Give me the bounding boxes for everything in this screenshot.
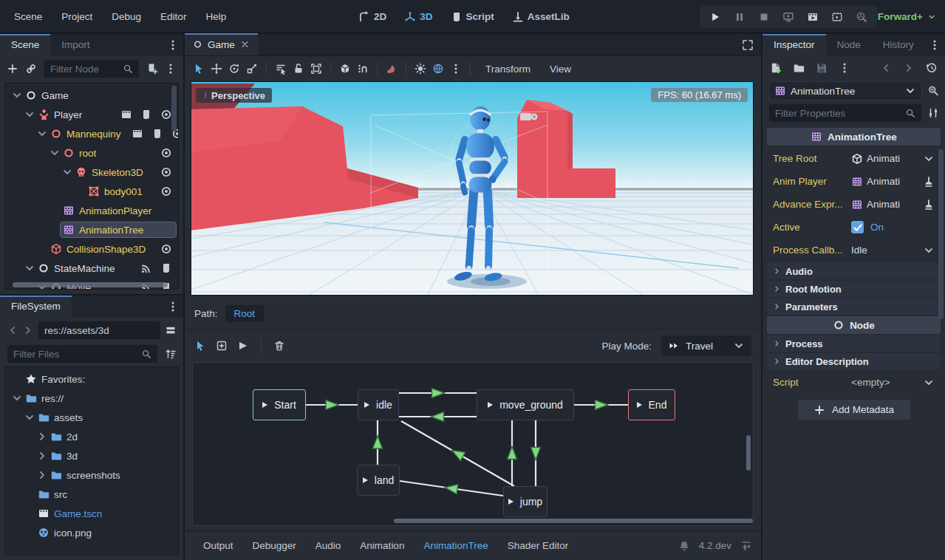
history-back-button[interactable] — [880, 62, 892, 74]
add-node-button[interactable] — [7, 63, 18, 75]
nodepath-assign-icon[interactable] — [923, 199, 935, 211]
group-root-motion[interactable]: Root Motion — [767, 281, 941, 297]
play-mode-select[interactable]: Travel — [661, 335, 751, 356]
3d-viewport[interactable]: Perspective FPS: 60 (16.67 ms) — [191, 81, 754, 296]
bottom-tab-animation[interactable]: Animation — [350, 540, 414, 551]
bottom-tab-animationtree[interactable]: AnimationTree — [414, 540, 497, 551]
mode-button-assetlib[interactable]: AssetLib — [507, 11, 575, 23]
sort-files-icon[interactable] — [165, 348, 177, 360]
collapse-panel-icon[interactable] — [740, 540, 752, 552]
mode-button-2d[interactable]: 2D — [353, 11, 392, 23]
property-value[interactable]: Animati — [851, 176, 935, 188]
open-documentation-icon[interactable] — [927, 85, 939, 97]
rotate-tool[interactable] — [228, 63, 240, 75]
tab-history[interactable]: History — [872, 34, 925, 56]
pause-icon[interactable] — [734, 11, 746, 23]
tab-filesystem[interactable]: FileSystem — [0, 296, 72, 318]
sm-delete-node[interactable] — [273, 340, 285, 352]
scene-item-statemachine[interactable]: StateMachine — [5, 259, 178, 278]
group-process[interactable]: Process — [767, 335, 941, 352]
new-resource-button[interactable] — [770, 62, 782, 74]
path-root-button[interactable]: Root — [225, 305, 265, 322]
tab-scene[interactable]: Scene — [0, 34, 50, 56]
lock-toggle[interactable] — [293, 63, 304, 75]
notification-bell-icon[interactable] — [678, 540, 690, 552]
state-node-move_ground[interactable]: move_ground — [477, 389, 574, 420]
add-metadata-button[interactable]: Add Metadata — [798, 400, 910, 420]
chevron-down-icon[interactable] — [36, 128, 48, 140]
chevron-down-icon[interactable] — [24, 412, 35, 423]
chevron-down-icon[interactable] — [24, 262, 35, 274]
scale-tool[interactable] — [246, 63, 258, 75]
graph-vscrollbar[interactable] — [746, 435, 751, 471]
graph-hscrollbar[interactable] — [394, 519, 753, 523]
scene-item-player[interactable]: Player — [5, 105, 178, 124]
dock-menu-icon[interactable] — [929, 39, 941, 51]
preview-sun-toggle[interactable] — [414, 63, 426, 75]
sm-create-node[interactable] — [216, 340, 228, 352]
expand-viewport-icon[interactable] — [742, 39, 754, 51]
transition-arrow-icon[interactable] — [449, 446, 465, 461]
scene-tree-menu-button[interactable] — [165, 63, 177, 75]
tab-import[interactable]: Import — [50, 34, 100, 56]
script-button[interactable] — [151, 128, 163, 140]
scene-instance-button[interactable] — [132, 128, 143, 140]
group-toggle[interactable] — [310, 63, 322, 75]
nodepath-assign-icon[interactable] — [923, 176, 935, 188]
inspector-scrollbar[interactable] — [938, 149, 944, 319]
list-select-tool[interactable] — [275, 63, 287, 75]
file-item-game-tscn[interactable]: Game.tscn — [5, 504, 178, 523]
dock-menu-icon[interactable] — [167, 301, 179, 313]
active-checkbox[interactable] — [851, 221, 864, 233]
file-item-src[interactable]: src — [5, 485, 178, 504]
nav-forward-button[interactable] — [22, 324, 34, 336]
file-item-favorites[interactable]: Favorites: — [5, 369, 178, 389]
attach-script-button[interactable] — [146, 63, 158, 75]
property-value[interactable]: Idle — [851, 245, 935, 256]
movie-maker-icon[interactable] — [856, 11, 867, 23]
instance-scene-button[interactable] — [25, 63, 37, 75]
resource-options-menu[interactable] — [839, 62, 850, 74]
visibility-toggle-button[interactable] — [160, 147, 172, 159]
transition-arrow-icon[interactable] — [432, 389, 445, 398]
property-value[interactable]: Animati — [851, 199, 935, 211]
nav-back-button[interactable] — [7, 324, 18, 336]
scene-item-body001[interactable]: body001 — [5, 182, 178, 201]
file-item-2d[interactable]: 2d — [5, 427, 178, 446]
override-tool[interactable] — [386, 63, 398, 75]
dock-menu-icon[interactable] — [167, 39, 179, 51]
menu-debug[interactable]: Debug — [102, 0, 151, 33]
current-path-field[interactable]: res://assets/3d — [38, 321, 161, 340]
node-play-icon[interactable] — [364, 402, 372, 408]
new-scene-tab-button[interactable] — [258, 39, 276, 51]
filter-node-input[interactable]: Filter Node — [44, 59, 140, 78]
split-view-icon[interactable] — [165, 324, 177, 336]
history-forward-button[interactable] — [903, 62, 915, 74]
visibility-toggle-button[interactable] — [160, 109, 172, 120]
group-audio[interactable]: Audio — [767, 263, 941, 279]
file-item-icon-png[interactable]: icon.png — [5, 523, 178, 542]
play-icon[interactable] — [709, 11, 721, 23]
transition-arrow-icon[interactable] — [326, 400, 338, 410]
transition-arrow-icon[interactable] — [444, 482, 458, 494]
chevron-down-icon[interactable] — [61, 166, 73, 178]
scene-item-skeleton3d[interactable]: Skeleton3D — [5, 163, 178, 182]
chevron-right-icon[interactable] — [36, 450, 48, 462]
file-item-res[interactable]: res:// — [5, 389, 178, 408]
scene-item-mannequiny[interactable]: Mannequiny — [5, 124, 178, 143]
node-play-icon[interactable] — [508, 499, 516, 505]
snap-toggle[interactable] — [339, 63, 351, 75]
chevron-right-icon[interactable] — [36, 431, 48, 443]
stop-icon[interactable] — [758, 11, 770, 23]
preview-environment-toggle[interactable] — [432, 63, 444, 75]
node-play-icon[interactable] — [262, 402, 270, 408]
node-play-icon[interactable] — [488, 402, 496, 408]
play-scene-icon[interactable] — [807, 11, 819, 23]
object-history-button[interactable] — [926, 62, 938, 74]
group-editor-description[interactable]: Editor Description — [767, 353, 941, 369]
state-node-start[interactable]: Start — [253, 389, 306, 420]
resource-selector[interactable]: AnimationTree — [768, 81, 922, 100]
chevron-down-icon[interactable] — [923, 245, 935, 256]
mode-button-script[interactable]: Script — [446, 11, 499, 23]
scene-tree-hscrollbar[interactable] — [13, 282, 168, 287]
